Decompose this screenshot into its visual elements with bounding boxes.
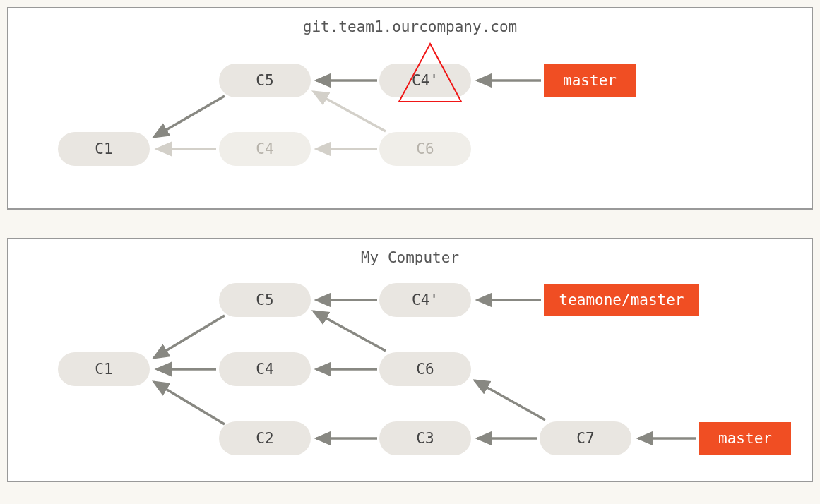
commit-c5-local: C5: [219, 283, 311, 317]
commit-c1: C1: [58, 132, 150, 166]
ref-master-local: master: [699, 422, 791, 455]
svg-line-13: [154, 382, 225, 424]
commit-c4-faded: C4: [219, 132, 311, 166]
svg-line-12: [314, 311, 386, 351]
commit-c6-faded: C6: [379, 132, 471, 166]
highlight-triangle-icon: [396, 41, 464, 106]
commit-c2-local: C2: [219, 421, 311, 455]
svg-line-0: [154, 96, 225, 137]
svg-marker-6: [399, 44, 461, 102]
server-arrows: [8, 8, 814, 211]
ref-teamone-master: teamone/master: [544, 284, 699, 316]
commit-c5: C5: [219, 64, 311, 97]
ref-master: master: [544, 64, 636, 97]
svg-line-7: [154, 316, 225, 358]
commit-c6-local: C6: [379, 352, 471, 386]
commit-c4prime-local: C4': [379, 283, 471, 317]
commit-c1-local: C1: [58, 352, 150, 386]
commit-c7-local: C7: [540, 421, 631, 455]
server-panel: git.team1.ourcompany.com C5 C4' C1 C4 C6…: [7, 7, 813, 210]
commit-c3-local: C3: [379, 421, 471, 455]
local-panel: My Computer C5 C4' C1 C4 C6 C2 C3 C7 tea…: [7, 238, 813, 482]
svg-line-16: [475, 380, 545, 420]
svg-line-5: [314, 92, 386, 131]
commit-c4-local: C4: [219, 352, 311, 386]
